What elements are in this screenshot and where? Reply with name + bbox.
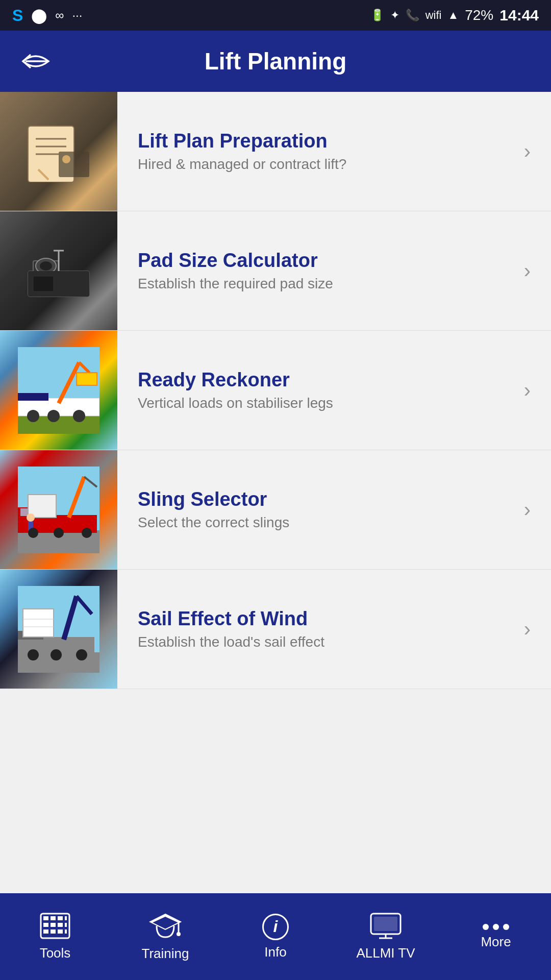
- menu-item-image-lift-plan: [0, 92, 117, 211]
- nav-label-training: Training: [142, 946, 189, 962]
- nav-label-allmi-tv: ALLMI TV: [356, 945, 415, 961]
- s-icon: S: [12, 6, 23, 25]
- status-right-icons: 🔋 ✦ 📞 wifi ▲ 72% 14:44: [370, 7, 539, 24]
- status-left-icons: S ⬤ ∞ ···: [12, 6, 82, 25]
- menu-item-title-sail: Sail Effect of Wind: [138, 608, 514, 630]
- svg-rect-14: [33, 276, 54, 291]
- svg-point-47: [28, 649, 39, 660]
- svg-rect-56: [51, 923, 56, 927]
- menu-item-image-sling: [0, 450, 117, 569]
- menu-item-content-sail: Sail Effect of Wind Establish the load's…: [117, 570, 551, 689]
- svg-point-24: [73, 410, 85, 422]
- svg-rect-52: [51, 916, 56, 920]
- more-dot-3: [503, 924, 509, 930]
- menu-item-sail-effect[interactable]: Sail Effect of Wind Establish the load's…: [0, 570, 551, 689]
- signal-icon: ▲: [447, 9, 459, 22]
- content-area: Lift Plan Preparation Hired & managed or…: [0, 92, 551, 893]
- menu-item-subtitle-lift-plan: Hired & managed or contract lift?: [138, 156, 514, 173]
- menu-item-image-pad-size: [0, 211, 117, 330]
- menu-item-subtitle-sail: Establish the load's sail effect: [138, 634, 514, 650]
- menu-item-text-lift-plan: Lift Plan Preparation Hired & managed or…: [138, 130, 514, 173]
- nav-label-info: Info: [264, 944, 286, 960]
- svg-point-5: [62, 155, 70, 163]
- battery-percent: 72%: [465, 7, 493, 23]
- svg-point-48: [51, 649, 62, 660]
- more-dot-2: [493, 924, 499, 930]
- svg-point-36: [54, 528, 64, 538]
- svg-point-35: [28, 528, 38, 538]
- wifi-icon: wifi: [425, 9, 442, 22]
- svg-rect-55: [43, 923, 48, 927]
- menu-item-lift-plan-preparation[interactable]: Lift Plan Preparation Hired & managed or…: [0, 92, 551, 211]
- chevron-right-icon-3: ›: [524, 498, 531, 521]
- menu-item-image-reckoner: [0, 331, 117, 450]
- svg-rect-44: [23, 609, 54, 637]
- svg-rect-61: [58, 929, 63, 934]
- svg-rect-60: [51, 929, 56, 934]
- tv-icon: [370, 913, 402, 941]
- tools-icon: [40, 913, 70, 941]
- nav-item-allmi-tv[interactable]: ALLMI TV: [331, 913, 441, 961]
- svg-point-10: [40, 261, 52, 271]
- phone-icon: 📞: [406, 9, 419, 22]
- bottom-nav: Tools Training i Info: [0, 893, 551, 980]
- svg-rect-62: [65, 929, 67, 934]
- menu-item-ready-reckoner[interactable]: Ready Reckoner Vertical loads on stabili…: [0, 331, 551, 450]
- menu-item-title-lift-plan: Lift Plan Preparation: [138, 130, 514, 152]
- svg-point-23: [47, 410, 60, 422]
- chevron-right-icon-4: ›: [524, 618, 531, 641]
- battery-icon: 🔋: [370, 9, 384, 22]
- svg-point-67: [177, 932, 181, 936]
- menu-item-text-reckoner: Ready Reckoner Vertical loads on stabili…: [138, 369, 514, 411]
- back-button[interactable]: [20, 48, 51, 74]
- menu-item-subtitle-sling: Select the correct slings: [138, 514, 514, 531]
- menu-item-pad-size-calculator[interactable]: Pad Size Calculator Establish the requir…: [0, 211, 551, 331]
- menu-item-text-sail: Sail Effect of Wind Establish the load's…: [138, 608, 514, 650]
- menu-item-title-pad-size: Pad Size Calculator: [138, 250, 514, 272]
- menu-item-content-sling: Sling Selector Select the correct slings…: [117, 450, 551, 569]
- svg-point-22: [27, 410, 39, 422]
- voicemail-icon: ∞: [55, 8, 64, 22]
- dots-icon: ···: [72, 8, 82, 22]
- nav-label-tools: Tools: [40, 945, 71, 961]
- menu-item-sling-selector[interactable]: Sling Selector Select the correct slings…: [0, 450, 551, 570]
- nav-item-training[interactable]: Training: [110, 912, 220, 962]
- status-time: 14:44: [499, 7, 539, 24]
- circle-icon: ⬤: [31, 7, 47, 24]
- svg-point-49: [76, 649, 87, 660]
- nav-item-more[interactable]: More: [441, 924, 551, 950]
- nav-item-tools[interactable]: Tools: [0, 913, 110, 961]
- more-dot-1: [483, 924, 489, 930]
- svg-rect-69: [374, 917, 397, 931]
- status-bar: S ⬤ ∞ ··· 🔋 ✦ 📞 wifi ▲ 72% 14:44: [0, 0, 551, 31]
- svg-rect-58: [65, 923, 67, 927]
- info-icon: i: [262, 914, 289, 940]
- more-icon: [483, 924, 509, 930]
- svg-rect-57: [58, 923, 63, 927]
- menu-item-subtitle-pad-size: Establish the required pad size: [138, 276, 514, 292]
- svg-rect-21: [77, 373, 97, 385]
- svg-rect-51: [43, 916, 48, 920]
- svg-point-37: [82, 528, 92, 538]
- menu-item-text-pad-size: Pad Size Calculator Establish the requir…: [138, 250, 514, 292]
- svg-point-33: [27, 513, 35, 522]
- menu-item-text-sling: Sling Selector Select the correct slings: [138, 488, 514, 531]
- menu-item-title-sling: Sling Selector: [138, 488, 514, 510]
- svg-rect-59: [43, 929, 48, 934]
- bluetooth-icon: ✦: [390, 9, 399, 22]
- nav-item-info[interactable]: i Info: [220, 914, 331, 960]
- chevron-right-icon-0: ›: [524, 140, 531, 163]
- menu-item-subtitle-reckoner: Vertical loads on stabiliser legs: [138, 395, 514, 411]
- menu-item-content-reckoner: Ready Reckoner Vertical loads on stabili…: [117, 331, 551, 450]
- menu-item-content-pad-size: Pad Size Calculator Establish the requir…: [117, 211, 551, 330]
- training-icon: [149, 912, 182, 942]
- nav-label-more: More: [481, 934, 511, 950]
- header: Lift Planning: [0, 31, 551, 92]
- menu-item-title-reckoner: Ready Reckoner: [138, 369, 514, 391]
- chevron-right-icon-2: ›: [524, 379, 531, 402]
- svg-rect-18: [18, 393, 48, 401]
- page-title: Lift Planning: [205, 47, 347, 75]
- svg-rect-54: [65, 916, 67, 920]
- chevron-right-icon-1: ›: [524, 259, 531, 282]
- svg-rect-53: [58, 916, 63, 920]
